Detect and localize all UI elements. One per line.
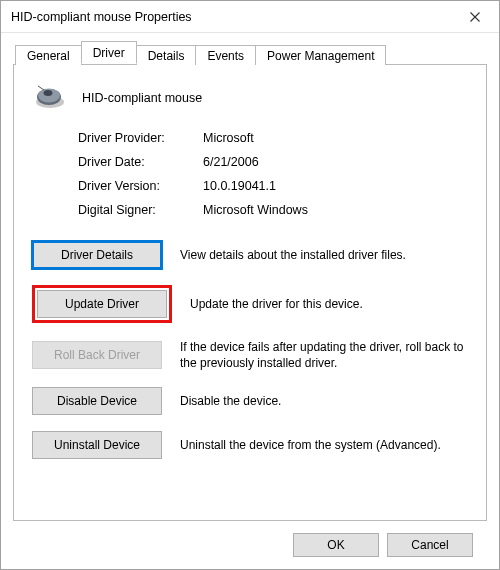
date-label: Driver Date: — [78, 155, 203, 169]
update-driver-desc: Update the driver for this device. — [190, 296, 468, 312]
driver-info: Driver Provider: Microsoft Driver Date: … — [78, 131, 468, 217]
action-update-driver: Update Driver Update the driver for this… — [32, 285, 468, 323]
signer-label: Digital Signer: — [78, 203, 203, 217]
info-row-signer: Digital Signer: Microsoft Windows — [78, 203, 468, 217]
signer-value: Microsoft Windows — [203, 203, 308, 217]
rollback-driver-button: Roll Back Driver — [32, 341, 162, 369]
device-name: HID-compliant mouse — [82, 91, 202, 105]
tab-details[interactable]: Details — [136, 45, 197, 65]
info-row-date: Driver Date: 6/21/2006 — [78, 155, 468, 169]
action-disable-device: Disable Device Disable the device. — [32, 387, 468, 415]
tab-power-management[interactable]: Power Management — [255, 45, 386, 65]
svg-point-5 — [44, 90, 53, 96]
driver-details-button[interactable]: Driver Details — [32, 241, 162, 269]
info-row-provider: Driver Provider: Microsoft — [78, 131, 468, 145]
info-row-version: Driver Version: 10.0.19041.1 — [78, 179, 468, 193]
dialog-footer: OK Cancel — [13, 521, 487, 569]
ok-button[interactable]: OK — [293, 533, 379, 557]
content-area: General Driver Details Events Power Mana… — [1, 33, 499, 569]
driver-details-desc: View details about the installed driver … — [180, 247, 468, 263]
driver-panel: HID-compliant mouse Driver Provider: Mic… — [13, 64, 487, 521]
tab-events[interactable]: Events — [195, 45, 256, 65]
action-uninstall-device: Uninstall Device Uninstall the device fr… — [32, 431, 468, 459]
device-header: HID-compliant mouse — [32, 83, 468, 113]
close-button[interactable] — [453, 2, 497, 32]
uninstall-device-button[interactable]: Uninstall Device — [32, 431, 162, 459]
action-driver-details: Driver Details View details about the in… — [32, 241, 468, 269]
update-driver-highlight: Update Driver — [32, 285, 172, 323]
disable-device-button[interactable]: Disable Device — [32, 387, 162, 415]
tab-strip: General Driver Details Events Power Mana… — [13, 42, 487, 64]
version-value: 10.0.19041.1 — [203, 179, 276, 193]
version-label: Driver Version: — [78, 179, 203, 193]
action-rollback-driver: Roll Back Driver If the device fails aft… — [32, 339, 468, 371]
tab-general[interactable]: General — [15, 45, 82, 65]
titlebar: HID-compliant mouse Properties — [1, 1, 499, 33]
cancel-button[interactable]: Cancel — [387, 533, 473, 557]
date-value: 6/21/2006 — [203, 155, 259, 169]
disable-device-desc: Disable the device. — [180, 393, 468, 409]
update-driver-button[interactable]: Update Driver — [37, 290, 167, 318]
mouse-icon — [32, 83, 68, 113]
close-icon — [470, 12, 480, 22]
provider-value: Microsoft — [203, 131, 254, 145]
tab-driver[interactable]: Driver — [81, 41, 137, 64]
provider-label: Driver Provider: — [78, 131, 203, 145]
window-title: HID-compliant mouse Properties — [11, 10, 453, 24]
properties-window: HID-compliant mouse Properties General D… — [0, 0, 500, 570]
uninstall-device-desc: Uninstall the device from the system (Ad… — [180, 437, 468, 453]
rollback-driver-desc: If the device fails after updating the d… — [180, 339, 468, 371]
